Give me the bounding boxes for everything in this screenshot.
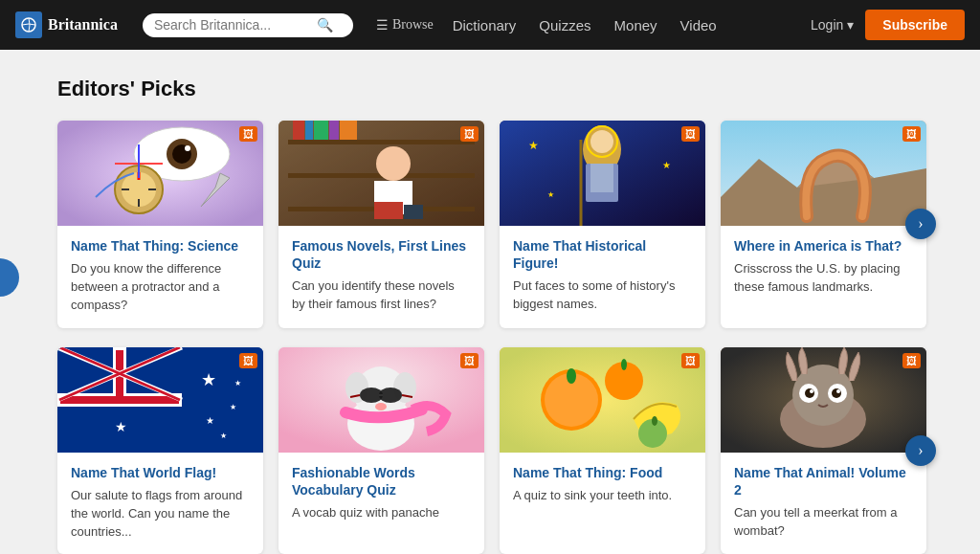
nav-quizzes[interactable]: Quizzes xyxy=(527,17,602,33)
svg-rect-20 xyxy=(305,121,313,140)
svg-text:★: ★ xyxy=(220,432,227,440)
subscribe-button[interactable]: Subscribe xyxy=(865,10,965,40)
card-food-image: 🖼 xyxy=(500,347,705,453)
svg-text:★: ★ xyxy=(115,420,127,434)
card-animal-badge: 🖼 xyxy=(902,353,921,368)
card-novels: 🖼 Famous Novels, First Lines Quiz Can yo… xyxy=(278,121,484,328)
card-historical-badge: 🖼 xyxy=(681,126,700,142)
card-novels-body: Famous Novels, First Lines Quiz Can you … xyxy=(278,226,484,327)
nav-dictionary[interactable]: Dictionary xyxy=(441,17,528,33)
cards-row-2: ★ ★ ★ ★ ★ ★ 🖼 Name That World Flag! Our … xyxy=(57,347,923,554)
svg-rect-21 xyxy=(314,121,328,140)
svg-text:★: ★ xyxy=(547,190,554,199)
card-animal-desc: Can you tell a meerkat from a wombat? xyxy=(734,504,913,541)
search-icon: 🔍 xyxy=(317,17,333,33)
svg-point-5 xyxy=(185,145,190,151)
login-button[interactable]: Login ▾ xyxy=(811,17,854,33)
card-america-badge: 🖼 xyxy=(902,126,921,142)
svg-text:★: ★ xyxy=(662,160,671,170)
navbar: Britannica 🔍 ☰ Browse Dictionary Quizzes… xyxy=(0,0,980,50)
section-title: Editors' Picks xyxy=(57,77,923,101)
card-america-image: 🖼 xyxy=(721,121,926,226)
logo-text: Britannica xyxy=(48,16,118,33)
card-historical: ★ ★ ★ 🖼 Name That Historical Figure! Put… xyxy=(500,121,705,328)
logo-icon xyxy=(15,11,42,38)
svg-point-83 xyxy=(836,389,840,393)
card-animal-title[interactable]: Name That Animal! Volume 2 xyxy=(734,464,913,499)
card-novels-desc: Can you identify these novels by their f… xyxy=(292,277,471,314)
card-flag-desc: Our salute to flags from around the worl… xyxy=(71,487,250,542)
cards-row-1: 🖼 Name That Thing: Science Do you know t… xyxy=(57,121,923,328)
card-america-desc: Crisscross the U.S. by placing these fam… xyxy=(734,260,913,297)
card-science-image: 🖼 xyxy=(57,121,263,226)
hamburger-icon: ☰ xyxy=(376,17,389,33)
card-fashion-badge: 🖼 xyxy=(460,353,479,368)
card-flag-badge: 🖼 xyxy=(239,353,257,368)
svg-point-70 xyxy=(567,368,576,384)
card-science-body: Name That Thing: Science Do you know the… xyxy=(57,226,263,328)
card-flag-title[interactable]: Name That World Flag! xyxy=(71,464,250,481)
svg-rect-26 xyxy=(374,202,403,219)
card-fashion-image: 🖼 xyxy=(278,347,484,453)
row1-next-arrow[interactable]: › xyxy=(905,209,936,239)
svg-point-81 xyxy=(832,388,841,398)
card-animal: 🖼 Name That Animal! Volume 2 Can you tel… xyxy=(721,347,926,554)
nav-right: Login ▾ Subscribe xyxy=(811,10,965,40)
card-historical-body: Name That Historical Figure! Put faces t… xyxy=(500,226,705,327)
svg-rect-44 xyxy=(60,396,179,404)
svg-text:★: ★ xyxy=(230,403,236,411)
card-science: 🖼 Name That Thing: Science Do you know t… xyxy=(57,121,263,328)
logo[interactable]: Britannica xyxy=(15,11,118,38)
svg-point-66 xyxy=(375,403,387,410)
nav-video[interactable]: Video xyxy=(669,17,728,33)
search-input[interactable] xyxy=(154,17,317,33)
svg-text:★: ★ xyxy=(528,139,539,152)
card-america-title[interactable]: Where in America is That? xyxy=(734,237,913,255)
card-animal-image: 🖼 xyxy=(721,347,926,453)
card-historical-image: ★ ★ ★ 🖼 xyxy=(500,121,705,226)
card-america: 🖼 Where in America is That? Crisscross t… xyxy=(721,121,926,328)
card-food: 🖼 Name That Thing: Food A quiz to sink y… xyxy=(500,347,705,554)
svg-rect-19 xyxy=(293,121,304,140)
svg-rect-33 xyxy=(590,164,613,192)
card-historical-title[interactable]: Name That Historical Figure! xyxy=(513,237,692,272)
svg-rect-27 xyxy=(404,205,423,219)
card-fashion-title[interactable]: Fashionable Words Vocabulary Quiz xyxy=(292,464,471,499)
card-america-body: Where in America is That? Crisscross the… xyxy=(721,226,926,310)
card-science-desc: Do you know the difference between a pro… xyxy=(71,260,250,315)
svg-point-30 xyxy=(590,130,613,153)
svg-text:★: ★ xyxy=(201,370,216,389)
nav-money[interactable]: Money xyxy=(603,17,669,33)
svg-point-82 xyxy=(810,389,813,393)
nav-links: ☰ Browse Dictionary Quizzes Money Video xyxy=(376,17,728,33)
svg-rect-23 xyxy=(340,121,357,140)
svg-point-24 xyxy=(376,146,411,181)
card-novels-title[interactable]: Famous Novels, First Lines Quiz xyxy=(292,237,471,272)
browse-menu-button[interactable]: ☰ Browse xyxy=(376,17,434,33)
card-flag-image: ★ ★ ★ ★ ★ ★ 🖼 xyxy=(57,347,263,453)
svg-point-72 xyxy=(621,359,627,370)
card-novels-image: 🖼 xyxy=(278,121,484,226)
card-food-badge: 🖼 xyxy=(681,353,700,368)
svg-rect-16 xyxy=(288,140,475,144)
search-box[interactable]: 🔍 xyxy=(143,13,353,37)
card-fashion: 🖼 Fashionable Words Vocabulary Quiz A vo… xyxy=(278,347,484,554)
card-animal-body: Name That Animal! Volume 2 Can you tell … xyxy=(721,453,926,554)
card-fashion-body: Fashionable Words Vocabulary Quiz A voca… xyxy=(278,453,484,536)
svg-rect-67 xyxy=(500,347,705,453)
card-historical-desc: Put faces to some of history's biggest n… xyxy=(513,277,692,314)
svg-point-74 xyxy=(652,416,657,426)
card-food-body: Name That Thing: Food A quiz to sink you… xyxy=(500,453,705,519)
card-food-title[interactable]: Name That Thing: Food xyxy=(513,464,692,481)
svg-rect-22 xyxy=(329,121,339,140)
card-flag-body: Name That World Flag! Our salute to flag… xyxy=(57,453,263,554)
row2-next-arrow[interactable]: › xyxy=(905,435,936,466)
card-fashion-desc: A vocab quiz with panache xyxy=(292,504,471,522)
card-flag: ★ ★ ★ ★ ★ ★ 🖼 Name That World Flag! Our … xyxy=(57,347,263,554)
card-novels-badge: 🖼 xyxy=(460,126,479,142)
svg-point-80 xyxy=(805,388,814,398)
svg-text:★: ★ xyxy=(234,379,241,388)
svg-text:★: ★ xyxy=(206,415,214,426)
card-science-title[interactable]: Name That Thing: Science xyxy=(71,237,250,255)
main-content: Editors' Picks xyxy=(0,50,980,554)
